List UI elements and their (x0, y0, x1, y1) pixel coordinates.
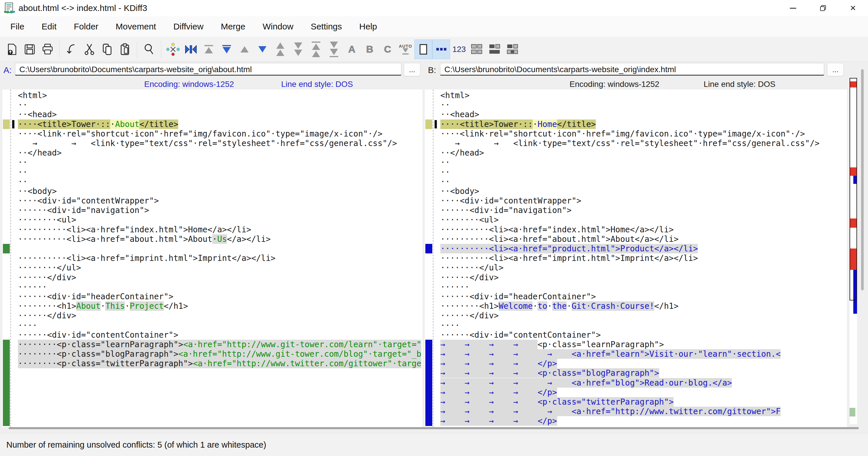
menu-settings[interactable]: Settings (302, 16, 350, 37)
code-line[interactable]: ········<h1>Welcome·to·the·Git·Crash·Cou… (433, 301, 847, 311)
code-line[interactable]: ········</ul> (11, 263, 423, 273)
code-line[interactable]: ··········<li><a·href="about.html">About… (433, 234, 847, 244)
code-line[interactable]: ········<ul> (11, 215, 423, 225)
restore-button[interactable] (808, 0, 838, 16)
go-to-next-unsolved-conflict-button[interactable] (325, 39, 343, 59)
code-line[interactable]: → → → → → <a·href="blog">Read·our·blog.<… (433, 378, 847, 388)
vertical-scrollbar[interactable] (861, 69, 864, 290)
auto-advance-button[interactable]: AUTO (397, 39, 414, 59)
code-line[interactable]: → → <link·type="text/css"·rel="styleshee… (11, 139, 423, 148)
code-line[interactable]: ······<div·id="headerContainer"> (433, 292, 847, 301)
code-line[interactable]: ····<div·id="contentWrapper"> (11, 196, 423, 205)
code-line[interactable]: ··<head> (11, 110, 423, 119)
go-to-first-delta-button[interactable] (200, 39, 218, 59)
pane-b-browse-button[interactable]: ... (827, 63, 844, 76)
code-line[interactable]: → → → → <p·class="blogParagraph"> (433, 368, 847, 378)
code-line[interactable]: ······<div·id="navigation"> (433, 205, 847, 215)
select-line-b-button[interactable]: B (361, 39, 379, 59)
code-line[interactable]: ··<head> (433, 110, 847, 119)
code-line[interactable]: ········<h1>About·This·Project</h1> (11, 301, 423, 311)
code-line[interactable]: ····<title>Tower·::·About</title> (11, 119, 423, 129)
close-button[interactable]: ✕ (838, 0, 868, 16)
show-whitespace-chars-toggle[interactable] (414, 39, 432, 59)
menu-folder[interactable]: Folder (65, 16, 107, 37)
horizontal-scrollbar[interactable] (9, 427, 859, 429)
code-line[interactable]: ··········<li><a·href="imprint.html">Imp… (11, 253, 423, 263)
window-layout-split-button[interactable] (468, 39, 486, 59)
code-line[interactable] (11, 407, 423, 416)
undo-button[interactable] (63, 39, 81, 59)
code-line[interactable]: → → → → </p> (433, 359, 847, 368)
code-line[interactable] (11, 388, 423, 397)
copy-button[interactable] (98, 39, 116, 59)
code-line[interactable]: ··········<li><a·href="index.html">Home<… (433, 225, 847, 234)
code-line[interactable]: ···· (11, 321, 423, 330)
code-line[interactable]: → → → → → <a·href="http://www.twitter.co… (433, 407, 847, 416)
menu-window[interactable]: Window (254, 16, 302, 37)
show-line-numbers-button[interactable]: 123 (450, 39, 468, 59)
window-layout-focus-b-button[interactable] (504, 39, 522, 59)
code-line[interactable]: ·· (11, 100, 423, 110)
print-button[interactable] (39, 39, 57, 59)
go-to-next-delta-button[interactable] (253, 39, 271, 59)
code-line[interactable]: ··········<li><a·href="product.html">Pro… (433, 244, 847, 253)
code-line[interactable]: ·· (433, 100, 847, 110)
pane-b-code[interactable]: <html>····<head>····<title>Tower·::·Home… (433, 91, 847, 426)
pane-a-code[interactable]: <html>····<head>····<title>Tower·::·Abou… (11, 91, 423, 426)
code-line[interactable]: ·· (433, 177, 847, 187)
code-line[interactable]: <html> (11, 91, 423, 100)
align-deltas-button[interactable] (182, 39, 200, 59)
go-to-next-conflict-button[interactable] (289, 39, 307, 59)
overview-visible-range-box[interactable] (849, 78, 857, 301)
pane-a-path-input[interactable]: C:\Users\brunobrito\Documents\carparts-w… (15, 63, 401, 76)
code-line[interactable]: ········<p·class="learnParagraph"><a·hre… (11, 340, 423, 349)
open-button[interactable] (3, 39, 21, 59)
code-line[interactable]: ······</div> (11, 311, 423, 320)
code-line[interactable]: ··</head> (11, 148, 423, 158)
code-line[interactable]: ········<p·class="blogParagraph"><a·href… (11, 349, 423, 359)
minimize-button[interactable] (778, 0, 808, 16)
code-line[interactable]: ··<body> (11, 187, 423, 196)
select-line-a-button[interactable]: A (343, 39, 361, 59)
go-to-prev-conflict-button[interactable] (271, 39, 289, 59)
code-line[interactable] (11, 416, 423, 426)
paste-button[interactable] (116, 39, 134, 59)
code-line[interactable]: ······ (433, 282, 847, 292)
code-line[interactable]: ······</div> (433, 273, 847, 282)
pane-a-browse-button[interactable]: ... (404, 63, 421, 76)
code-line[interactable]: <html> (433, 91, 847, 100)
go-to-last-delta-button[interactable] (218, 39, 236, 59)
go-to-prev-delta-button[interactable] (236, 39, 253, 59)
menu-movement[interactable]: Movement (107, 16, 165, 37)
code-line[interactable]: ····<link·rel="shortcut·icon"·href="img/… (433, 129, 847, 139)
code-line[interactable]: → → <link·type="text/css"·rel="styleshee… (433, 139, 847, 148)
menu-file[interactable]: File (2, 16, 33, 37)
code-line[interactable]: ·· (11, 177, 423, 187)
code-line[interactable]: ······</div> (11, 273, 423, 282)
diff-overview-column[interactable] (849, 78, 857, 424)
code-line[interactable]: ·· (11, 158, 423, 167)
code-line[interactable] (11, 244, 423, 253)
code-line[interactable]: ·· (433, 167, 847, 177)
code-line[interactable]: ······<div·id="contentContainer"> (11, 330, 423, 340)
select-line-c-button[interactable]: C (379, 39, 397, 59)
code-line[interactable]: → → → → <p·class="learnParagraph"> (433, 340, 847, 349)
menu-edit[interactable]: Edit (33, 16, 65, 37)
code-line[interactable]: ····<title>Tower·::·Home</title> (433, 119, 847, 129)
code-line[interactable]: → → → → <p·class="twitterParagraph"> (433, 397, 847, 407)
code-line[interactable]: → → → → → <a·href="learn">Visit·our·"lea… (433, 349, 847, 359)
code-line[interactable]: ·· (11, 167, 423, 177)
code-line[interactable]: ······<div·id="navigation"> (11, 205, 423, 215)
code-line[interactable]: → → → → </p> (433, 388, 847, 397)
code-line[interactable]: ····<link·rel="shortcut·icon"·href="img/… (11, 129, 423, 139)
code-line[interactable]: ······<div·id="contentContainer"> (433, 330, 847, 340)
code-line[interactable]: ··</head> (433, 148, 847, 158)
code-line[interactable]: ······<div·id="headerContainer"> (11, 292, 423, 301)
menu-help[interactable]: Help (351, 16, 386, 37)
code-line[interactable]: ··<body> (433, 187, 847, 196)
code-line[interactable]: ··········<li><a·href="imprint.html">Imp… (433, 253, 847, 263)
code-line[interactable]: ········</ul> (433, 263, 847, 273)
code-line[interactable]: → → → → </p> (433, 416, 847, 426)
go-to-prev-unsolved-conflict-button[interactable] (307, 39, 325, 59)
code-line[interactable]: ······</div> (433, 311, 847, 320)
